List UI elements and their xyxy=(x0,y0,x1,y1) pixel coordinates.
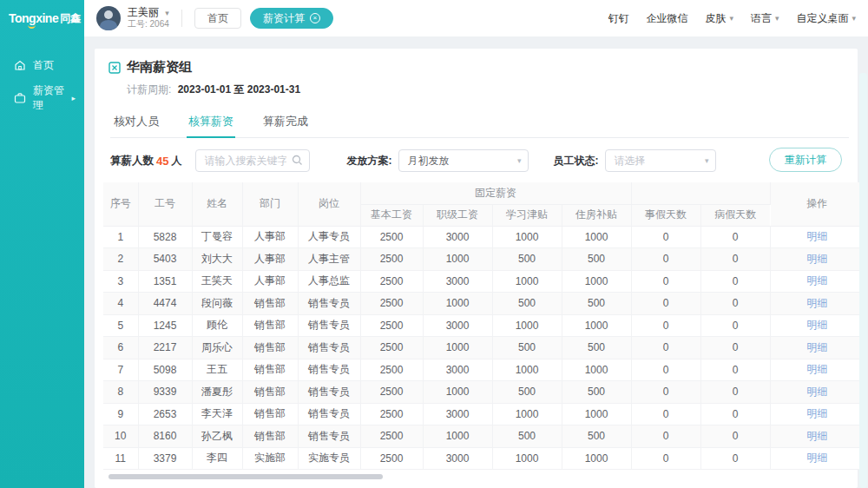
cell-sick-leave: 0 xyxy=(700,248,770,271)
cell-index: 10 xyxy=(103,425,138,448)
col-index: 序号 xyxy=(103,182,138,226)
plan-select[interactable]: 月初发放 ▾ xyxy=(398,149,529,172)
cell-index: 2 xyxy=(103,248,138,271)
cell-actions: 明细 xyxy=(770,270,864,293)
cell-position: 销售专员 xyxy=(298,359,360,381)
cell-base-salary: 2500 xyxy=(360,293,423,315)
cell-sick-leave: 0 xyxy=(700,381,770,404)
payroll-group-icon[interactable] xyxy=(108,62,121,74)
table-row: 8 9339 潘夏彤 销售部 销售专员 2500 1000 500 500 0 … xyxy=(103,381,864,404)
cell-actions: 明细 xyxy=(770,425,864,448)
cell-emp-no: 1351 xyxy=(138,270,192,293)
plan-select-value: 月初发放 xyxy=(407,154,449,168)
user-avatar[interactable] xyxy=(96,6,121,30)
sidebar-item-home[interactable]: 首页 xyxy=(0,49,84,82)
cell-sick-leave: 0 xyxy=(700,293,770,315)
cell-position: 销售专员 xyxy=(298,425,360,448)
cell-sick-leave: 0 xyxy=(700,337,770,359)
cell-housing-allowance: 500 xyxy=(562,293,631,315)
status-label: 员工状态: xyxy=(553,154,598,168)
tab-calc-payroll[interactable]: 核算薪资 xyxy=(187,108,235,137)
cell-emp-no: 9339 xyxy=(138,381,192,404)
status-select[interactable]: 请选择 ▾ xyxy=(605,149,716,172)
col-study-allowance: 学习津贴 xyxy=(492,204,562,226)
cell-position: 实施专员 xyxy=(298,447,360,470)
topnav-item-0[interactable]: 钉钉 xyxy=(608,11,628,26)
search-icon[interactable] xyxy=(292,155,303,166)
workspace-tab-home[interactable]: 首页 xyxy=(194,8,241,29)
cell-position: 人事主管 xyxy=(298,248,360,271)
close-icon[interactable]: × xyxy=(310,13,320,23)
sidebar-item-payroll[interactable]: 薪资管理 ▸ xyxy=(0,82,84,115)
detail-link[interactable]: 明细 xyxy=(806,386,827,398)
detail-link[interactable]: 明细 xyxy=(806,253,827,265)
sidebar-item-label: 薪资管理 xyxy=(33,83,71,113)
topbar-right-menu: 钉钉企业微信皮肤▾语言▾自定义桌面▾ xyxy=(608,11,856,26)
vertical-scrollbar-track[interactable] xyxy=(859,73,867,488)
horizontal-scrollbar-thumb[interactable] xyxy=(108,474,383,479)
tab-check-people[interactable]: 核对人员 xyxy=(112,108,161,137)
headcount-value: 45 xyxy=(156,155,168,168)
detail-link[interactable]: 明细 xyxy=(806,407,827,419)
detail-link[interactable]: 明细 xyxy=(806,319,827,331)
cell-personal-leave: 0 xyxy=(631,447,700,470)
cell-index: 3 xyxy=(103,270,138,293)
cell-personal-leave: 0 xyxy=(631,293,700,315)
sidebar: Tongxine 同鑫 首页 薪资管理 ▸ xyxy=(0,0,84,488)
topnav-item-label: 自定义桌面 xyxy=(796,11,848,26)
cell-grade-salary: 3000 xyxy=(423,270,492,293)
table-row: 11 3379 李四 实施部 实施专员 2500 3000 1000 1000 … xyxy=(103,447,864,470)
detail-link[interactable]: 明细 xyxy=(806,452,827,464)
cell-position: 人事总监 xyxy=(298,270,360,293)
topnav-item-2[interactable]: 皮肤▾ xyxy=(705,11,733,26)
cell-dept: 销售部 xyxy=(242,403,298,425)
cell-index: 11 xyxy=(103,447,138,470)
cell-dept: 人事部 xyxy=(242,270,298,293)
search-box xyxy=(195,149,310,172)
cell-base-salary: 2500 xyxy=(360,314,423,337)
detail-link[interactable]: 明细 xyxy=(806,430,827,442)
cell-index: 7 xyxy=(103,359,138,381)
cell-housing-allowance: 1000 xyxy=(562,359,631,381)
user-name: 王美丽 xyxy=(128,6,159,18)
cell-sick-leave: 0 xyxy=(700,359,770,381)
topnav-item-label: 语言 xyxy=(751,11,772,26)
pay-period-value: 2023-01-01 至 2023-01-31 xyxy=(178,83,300,96)
workspace-tab-payroll[interactable]: 薪资计算 × xyxy=(250,8,333,29)
cell-grade-salary: 1000 xyxy=(423,425,492,448)
detail-link[interactable]: 明细 xyxy=(806,230,827,242)
main-area: 王美丽 ▾ 工号: 2064 首页 薪资计算 × 钉钉企业微信皮肤▾语言▾自定义… xyxy=(84,0,868,488)
detail-link[interactable]: 明细 xyxy=(806,363,827,375)
cell-position: 销售专员 xyxy=(298,381,360,404)
cell-personal-leave: 0 xyxy=(631,337,700,359)
chevron-down-icon: ▾ xyxy=(517,156,522,165)
col-grade-salary: 职级工资 xyxy=(423,204,492,226)
detail-link[interactable]: 明细 xyxy=(806,341,827,353)
cell-housing-allowance: 1000 xyxy=(562,403,631,425)
topnav-item-4[interactable]: 自定义桌面▾ xyxy=(796,11,856,26)
payroll-table: 序号 工号 姓名 部门 岗位 固定薪资 操作 基本工资 xyxy=(103,182,864,470)
cell-actions: 明细 xyxy=(770,381,864,404)
headcount-unit: 人 xyxy=(171,154,181,168)
detail-link[interactable]: 明细 xyxy=(806,274,827,287)
detail-link[interactable]: 明细 xyxy=(806,297,827,309)
cell-grade-salary: 1000 xyxy=(423,337,492,359)
user-info[interactable]: 王美丽 ▾ 工号: 2064 xyxy=(128,6,169,30)
cell-index: 8 xyxy=(103,381,138,404)
cell-emp-no: 2653 xyxy=(138,403,192,425)
cell-base-salary: 2500 xyxy=(360,359,423,381)
cell-personal-leave: 0 xyxy=(631,270,700,293)
brand-logo-cn: 同鑫 xyxy=(60,11,81,26)
topnav-item-1[interactable]: 企业微信 xyxy=(646,11,687,26)
topnav-item-3[interactable]: 语言▾ xyxy=(751,11,779,26)
cell-housing-allowance: 500 xyxy=(562,248,631,271)
topbar: 王美丽 ▾ 工号: 2064 首页 薪资计算 × 钉钉企业微信皮肤▾语言▾自定义… xyxy=(84,0,868,36)
cell-name: 刘大大 xyxy=(192,248,242,271)
tab-calc-done[interactable]: 算薪完成 xyxy=(261,108,310,137)
cell-dept: 销售部 xyxy=(242,381,298,404)
col-base-salary: 基本工资 xyxy=(360,204,423,226)
recalculate-button[interactable]: 重新计算 xyxy=(769,148,842,172)
topnav-item-label: 钉钉 xyxy=(608,11,628,26)
cell-personal-leave: 0 xyxy=(631,248,700,271)
table-row: 4 4474 段问薇 销售部 销售专员 2500 1000 500 500 0 … xyxy=(103,293,864,315)
